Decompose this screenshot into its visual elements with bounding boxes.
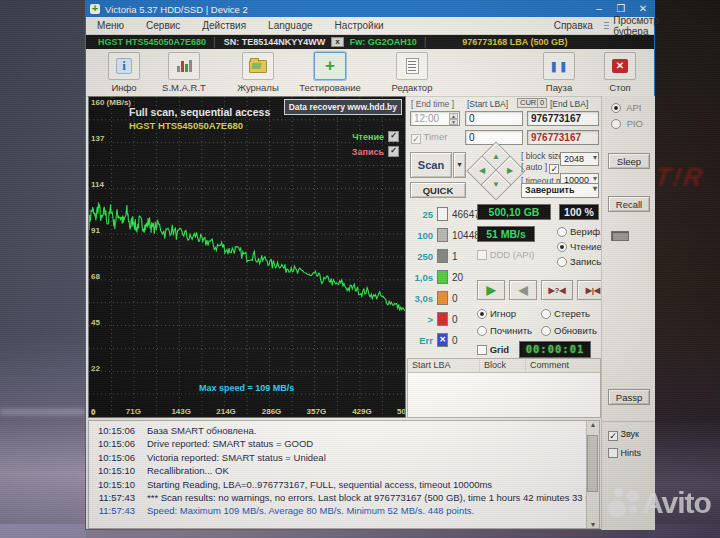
stop-button[interactable]: ✕ Стоп [598,52,642,93]
pause-button[interactable]: ❚❚ Пауза [534,52,584,93]
stat-label: 25 [407,209,433,220]
editor-button[interactable]: Редактор [380,52,444,93]
defect-radio-2[interactable]: Починить [477,325,532,336]
pio-radio[interactable]: PIO [611,118,643,129]
scroll-up-button[interactable]: ▲ [590,421,597,428]
size-display: 500,10 GB [477,204,551,220]
log-line: 10:15:06База SMART обновлена. [91,424,599,437]
menu-item-0[interactable]: Меню [86,20,135,31]
smart-button[interactable]: S.M.A.R.T [152,52,216,93]
legend-write[interactable]: Запись✓ [352,146,399,157]
titlebar[interactable]: + Victoria 5.37 HDD/SSD | Device 2 – ❒ ✕ [86,1,654,17]
start-lba-zero-button[interactable]: 0 [537,98,547,108]
mode-radio-2[interactable]: Запись [557,256,601,267]
graph-title: Full scan, sequential access [129,106,270,118]
menu-item-4[interactable]: Настройки [324,20,395,31]
info-button[interactable]: iИнфо [92,52,156,93]
percent-display: 100 % [559,204,599,220]
menu-item-2[interactable]: Действия [191,20,257,31]
log-text: Speed: Maximum 109 MB/s. Average 80 MB/s… [135,504,474,517]
skip-bad-button[interactable]: ▶?◀ [541,280,573,300]
y-axis-tick: 114 [91,180,104,189]
ddd-checkbox[interactable]: DDD (API) [477,249,535,260]
scrollbar-thumb[interactable] [587,435,598,492]
api-radio[interactable]: API [611,102,641,113]
mode-radio-0[interactable]: Вериф. [557,226,603,237]
sound-checkbox[interactable]: Звук [608,429,639,441]
stat-count: 0 [452,293,458,304]
end-time-spinner[interactable]: 12:00 ▲▼ [410,111,460,126]
defect-radio-1[interactable]: Стереть [541,308,590,319]
stat-label: Err [407,335,433,346]
stop-label: Стоп [598,82,642,93]
defect-table[interactable]: Start LBA Block Comment [407,358,601,418]
stat-count: 0 [452,335,458,346]
hints-checkbox[interactable]: Hints [608,448,641,458]
journals-button[interactable]: Журналы [226,52,290,93]
block-icon [437,228,448,242]
hints-label: Hints [621,448,642,458]
defect-radio-3[interactable]: Обновить [541,325,597,336]
log-text: Drive reported: SMART status = GOOD [135,437,313,450]
sleep-button[interactable]: Sleep [608,153,650,169]
radio [557,257,567,267]
recall-button[interactable]: Recall [608,196,650,212]
log-text: База SMART обновлена. [135,424,256,437]
mode-label: Вериф. [570,226,603,237]
buffer-view-button[interactable]: Просмотр буфера [604,15,671,37]
play-button[interactable]: ▶ [477,280,505,300]
scan-dropdown-button[interactable]: ▾ [453,152,466,178]
start-lba-input[interactable]: 0 [465,111,523,126]
defect-radio-0[interactable]: Игнор [477,308,516,319]
testing-button[interactable]: +Тестирование [298,52,362,93]
mode-radio-1[interactable]: Чтение [557,241,602,252]
log-time: 11:57:43 [91,491,135,504]
watermark-badge: Data recovery www.hdd.by [284,99,402,115]
sound-label: Звук [621,429,639,439]
checkbox [411,134,421,144]
menu-item-3[interactable]: Language [257,20,324,31]
end-lba-input[interactable]: 976773167 [527,111,599,126]
block-icon [437,270,448,284]
divider [602,421,655,422]
separator: │ [423,37,429,47]
passp-button[interactable]: Passp [608,389,650,405]
menu-item-1[interactable]: Сервис [135,20,191,31]
block-size-select[interactable]: 2048 [560,152,599,166]
start-lba-label: [Start LBA] [467,99,508,109]
table-header-start-lba[interactable]: Start LBA [408,359,480,372]
auto-checkbox[interactable]: [ auto ] [521,162,559,174]
action-select[interactable]: Завершить [521,183,599,198]
timer-checkbox[interactable]: Timer [411,131,447,144]
led-indicator [611,231,629,241]
back-button[interactable]: ◀ [509,280,537,300]
folder-icon [242,52,274,80]
graph-subtitle: HGST HTS545050A7E680 [129,120,243,131]
legend-read[interactable]: Чтение✓ [352,131,399,142]
menu-item-5[interactable]: Справка [543,20,604,31]
menubar: МенюСервисДействияLanguageНастройкиСправ… [86,17,654,35]
table-header-comment[interactable]: Comment [526,359,600,372]
x-axis-tick: 71G [126,407,141,416]
start-lba-cur-button[interactable]: CUR [517,98,539,108]
log-panel[interactable]: 10:15:06База SMART обновлена.10:15:06Dri… [88,420,600,529]
stat-label: 3,0s [407,293,433,304]
y-axis-tick: 68 [91,272,100,281]
transport-controls: ▶◀▶?◀▶|◀ [477,280,609,300]
toolbar: iИнфоS.M.A.R.TЖурналы+ТестированиеРедакт… [86,49,654,97]
buffer-view-label: Просмотр буфера [613,15,662,37]
quick-button[interactable]: QUICK [410,182,466,198]
table-header-block[interactable]: Block [480,359,526,372]
scan-button[interactable]: Scan [410,152,452,178]
log-time: 10:15:10 [91,464,135,477]
plus-icon: + [314,52,346,80]
y-axis-tick: 45 [91,318,100,327]
log-line: 10:15:06Victoria reported: SMART status … [91,451,599,464]
radio [477,309,487,319]
grid-checkbox[interactable]: Grid [477,344,509,355]
end-lba-result: 976773167 [527,130,599,145]
eject-button[interactable]: x [331,37,343,47]
api-label: API [626,102,641,113]
spin-down-button[interactable]: ▼ [449,119,458,125]
scroll-down-button[interactable]: ▼ [590,521,597,528]
